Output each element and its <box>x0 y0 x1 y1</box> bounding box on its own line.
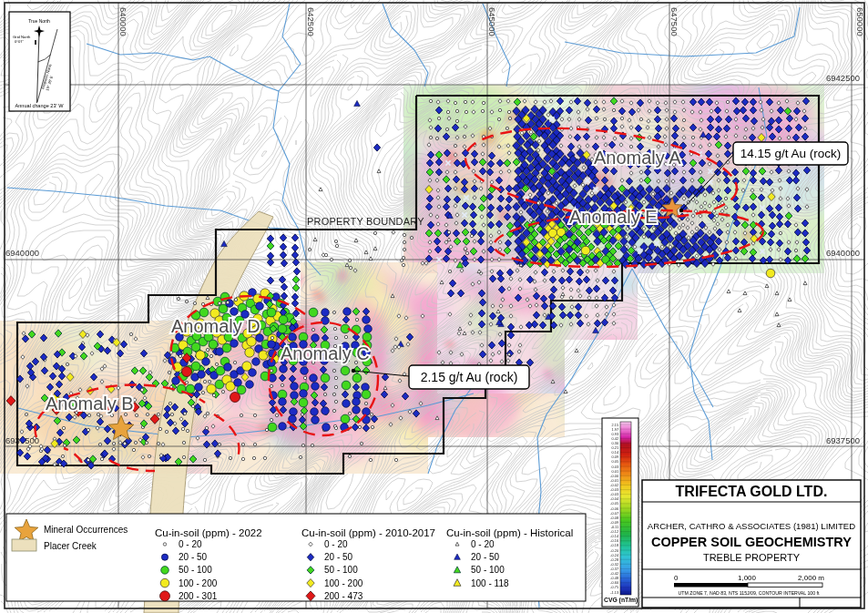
svg-text:-0.24: -0.24 <box>610 554 618 557</box>
svg-text:0.05: 0.05 <box>612 460 618 464</box>
svg-text:6940000: 6940000 <box>5 248 39 258</box>
svg-text:20 - 50: 20 - 50 <box>324 552 353 562</box>
svg-text:COPPER SOIL GEOCHEMISTRY: COPPER SOIL GEOCHEMISTRY <box>651 535 852 549</box>
svg-text:20 - 50: 20 - 50 <box>471 552 500 562</box>
svg-text:0.03: 0.03 <box>612 465 618 469</box>
svg-text:-0.00: -0.00 <box>610 475 618 478</box>
svg-text:0°07': 0°07' <box>15 39 24 44</box>
svg-text:1.97: 1.97 <box>612 428 618 432</box>
svg-text:6937500: 6937500 <box>826 435 860 445</box>
svg-text:-0.08: -0.08 <box>610 516 618 520</box>
svg-text:0 - 20: 0 - 20 <box>471 539 495 549</box>
svg-text:-0.20: -0.20 <box>610 549 618 553</box>
svg-text:645000: 645000 <box>487 7 497 36</box>
svg-text:-0.42: -0.42 <box>610 572 618 576</box>
svg-text:UTM ZONE 7, NAD 83, NTS 115J/0: UTM ZONE 7, NAD 83, NTS 115J/09, CONTOUR… <box>679 590 820 596</box>
svg-text:Cu-in-soil (ppm) - 2022: Cu-in-soil (ppm) - 2022 <box>155 527 262 538</box>
svg-text:Anomaly E: Anomaly E <box>569 207 658 227</box>
svg-text:0.30: 0.30 <box>612 442 618 445</box>
svg-text:100 - 200: 100 - 200 <box>324 578 363 588</box>
svg-text:0.14: 0.14 <box>612 451 618 455</box>
svg-text:200 - 301: 200 - 301 <box>179 591 218 601</box>
svg-text:-0.06: -0.06 <box>610 507 618 511</box>
svg-text:200 - 473: 200 - 473 <box>324 591 363 601</box>
svg-text:-0.01: -0.01 <box>610 479 618 483</box>
svg-text:Mineral Occurrences: Mineral Occurrences <box>44 525 128 535</box>
svg-text:Anomaly D: Anomaly D <box>171 316 260 336</box>
svg-text:50 - 100: 50 - 100 <box>179 565 212 575</box>
svg-text:0.93: 0.93 <box>612 433 618 436</box>
svg-text:CVG (nT/m): CVG (nT/m) <box>604 597 638 604</box>
svg-text:-0.07: -0.07 <box>610 512 618 516</box>
svg-text:1,000: 1,000 <box>738 574 757 582</box>
svg-text:50 - 100: 50 - 100 <box>471 565 505 575</box>
svg-text:-0.04: -0.04 <box>610 497 618 501</box>
svg-text:100 - 118: 100 - 118 <box>471 578 509 588</box>
svg-text:-1.13: -1.13 <box>610 591 618 595</box>
svg-text:-0.05: -0.05 <box>610 502 618 506</box>
svg-text:TRIFECTA GOLD LTD.: TRIFECTA GOLD LTD. <box>676 484 828 499</box>
svg-text:0.01: 0.01 <box>612 470 618 474</box>
svg-text:640000: 640000 <box>118 7 128 36</box>
svg-text:0.09: 0.09 <box>612 455 618 459</box>
svg-text:-0.18: -0.18 <box>610 544 618 547</box>
svg-text:-0.75: -0.75 <box>610 586 618 589</box>
svg-text:-0.37: -0.37 <box>610 567 618 571</box>
svg-text:-0.09: -0.09 <box>610 521 618 525</box>
svg-text:ARCHER, CATHRO & ASSOCIATES (1: ARCHER, CATHRO & ASSOCIATES (1981) LIMIT… <box>648 521 855 531</box>
svg-text:-0.16: -0.16 <box>610 539 618 543</box>
svg-text:100 - 200: 100 - 200 <box>179 578 218 588</box>
svg-text:50 - 100: 50 - 100 <box>324 565 358 575</box>
svg-text:Anomaly C: Anomaly C <box>281 343 370 363</box>
svg-text:Anomaly B: Anomaly B <box>46 393 134 414</box>
svg-text:True North: True North <box>28 18 50 24</box>
svg-text:Placer Creek: Placer Creek <box>44 541 97 551</box>
svg-text:PROPERTY BOUNDARY: PROPERTY BOUNDARY <box>307 216 424 227</box>
svg-text:Cu-in-soil (ppm) - Historical: Cu-in-soil (ppm) - Historical <box>446 527 573 538</box>
svg-text:Anomaly A: Anomaly A <box>594 148 681 168</box>
svg-text:14.15 g/t Au (rock): 14.15 g/t Au (rock) <box>740 147 841 160</box>
svg-text:-0.14: -0.14 <box>610 535 618 538</box>
svg-text:0: 0 <box>674 574 679 582</box>
svg-text:0 - 20: 0 - 20 <box>179 539 202 549</box>
svg-text:-0.03: -0.03 <box>610 493 618 496</box>
svg-text:-0.48: -0.48 <box>610 577 618 580</box>
svg-text:-0.60: -0.60 <box>610 581 618 585</box>
svg-text:-0.02: -0.02 <box>610 484 618 487</box>
svg-text:642500: 642500 <box>306 7 316 36</box>
svg-text:Annual change 23' W: Annual change 23' W <box>15 103 64 108</box>
svg-text:0 - 20: 0 - 20 <box>324 539 348 549</box>
svg-text:6942500: 6942500 <box>826 73 860 83</box>
svg-text:20 - 50: 20 - 50 <box>179 552 208 562</box>
svg-text:647500: 647500 <box>669 7 679 36</box>
svg-text:0.42: 0.42 <box>612 437 618 441</box>
svg-text:6940000: 6940000 <box>826 248 860 258</box>
svg-text:-0.03: -0.03 <box>610 488 618 492</box>
svg-text:2.15 g/t Au (rock): 2.15 g/t Au (rock) <box>421 370 518 384</box>
svg-text:0.21: 0.21 <box>612 446 618 450</box>
svg-text:-0.32: -0.32 <box>610 563 618 567</box>
svg-text:-0.12: -0.12 <box>610 530 618 534</box>
svg-text:Cu-in-soil (ppm) - 2010-2017: Cu-in-soil (ppm) - 2010-2017 <box>301 527 435 538</box>
svg-text:2.15: 2.15 <box>612 424 618 427</box>
svg-text:-0.11: -0.11 <box>611 526 618 529</box>
svg-text:-0.28: -0.28 <box>610 558 618 562</box>
svg-text:TREBLE PROPERTY: TREBLE PROPERTY <box>703 552 801 563</box>
svg-text:2,000 m: 2,000 m <box>798 574 824 582</box>
